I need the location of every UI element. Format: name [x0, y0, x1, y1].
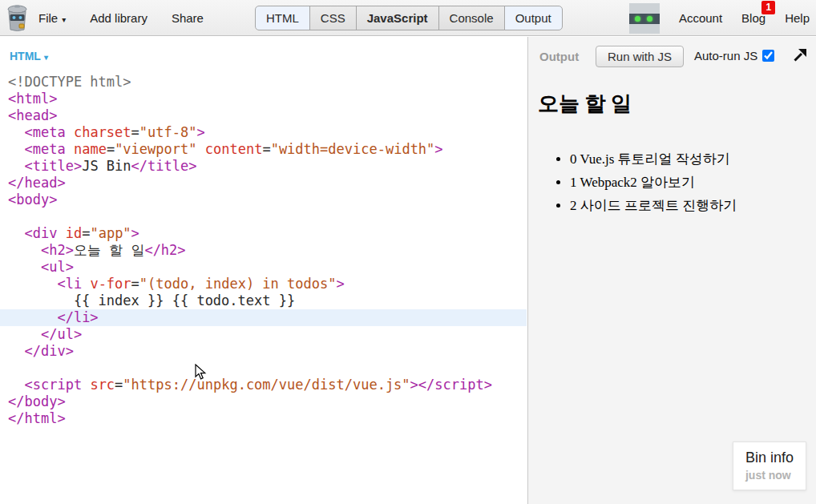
avatar[interactable] — [629, 3, 660, 34]
code-line[interactable]: <ul> — [0, 259, 527, 276]
blog-link[interactable]: Blog1 — [741, 11, 766, 25]
code-line[interactable]: <h2>오늘 할 일</h2> — [0, 242, 527, 259]
account-link[interactable]: Account — [679, 11, 722, 25]
auto-run-js-toggle[interactable]: Auto-run JS — [694, 49, 774, 62]
code-line[interactable]: <li v-for="(todo, index) in todos"> — [0, 276, 527, 292]
html-panel-menu[interactable]: HTML▾ — [10, 50, 48, 62]
bin-info-timestamp: just now — [745, 469, 794, 482]
mouse-cursor-icon — [195, 364, 207, 381]
file-menu-label: File — [38, 11, 58, 25]
code-line[interactable]: <html> — [0, 91, 527, 107]
todo-list-item: 2 사이드 프로젝트 진행하기 — [570, 194, 737, 217]
file-menu[interactable]: File▾ — [38, 11, 66, 25]
todo-list-item: 1 Webpack2 알아보기 — [570, 171, 737, 194]
output-panel: Output Run with JS Auto-run JS 오늘 할 일 0 … — [527, 37, 816, 504]
code-line[interactable]: </li> — [0, 309, 527, 326]
code-line[interactable] — [0, 208, 527, 225]
tab-css[interactable]: CSS — [309, 6, 357, 30]
code-line[interactable]: <head> — [0, 107, 527, 124]
jsbin-app: File▾ Add library Share HTML CSS JavaScr… — [0, 0, 816, 504]
jsbin-logo-icon[interactable] — [6, 5, 28, 31]
code-line[interactable]: <script src="https://unpkg.com/vue/dist/… — [0, 377, 527, 393]
tab-javascript[interactable]: JavaScript — [356, 6, 439, 30]
output-panel-label: Output — [539, 50, 579, 63]
code-line[interactable]: </ul> — [0, 326, 527, 343]
avatar-eye-icon — [635, 16, 640, 22]
html-editor-panel: HTML▾ <!DOCTYPE html><html><head> <meta … — [0, 37, 527, 504]
todo-list-item: 0 Vue.js 튜토리얼 작성하기 — [570, 147, 737, 171]
blog-notification-badge: 1 — [761, 1, 775, 14]
code-lines[interactable]: <!DOCTYPE html><html><head> <meta charse… — [0, 74, 527, 427]
html-panel-label: HTML — [10, 50, 41, 62]
toolbar-right: Account Blog1 Help — [629, 0, 810, 36]
auto-run-js-label: Auto-run JS — [694, 49, 757, 62]
chevron-down-icon: ▾ — [44, 53, 48, 62]
tab-html[interactable]: HTML — [255, 6, 310, 30]
bin-info-box[interactable]: Bin info just now — [733, 442, 806, 490]
share-button[interactable]: Share — [172, 11, 204, 25]
auto-run-js-checkbox[interactable] — [762, 50, 774, 62]
tab-console[interactable]: Console — [438, 6, 505, 30]
code-line[interactable]: </body> — [0, 393, 527, 410]
code-line[interactable]: <meta name="viewport" content="width=dev… — [0, 141, 527, 158]
panel-tabs: HTML CSS JavaScript Console Output — [255, 6, 563, 30]
code-line[interactable]: </head> — [0, 175, 527, 192]
code-line[interactable] — [0, 360, 527, 377]
add-library-button[interactable]: Add library — [90, 11, 147, 25]
avatar-eye-icon — [647, 16, 652, 22]
code-line[interactable]: <meta charset="utf-8"> — [0, 124, 527, 141]
help-link[interactable]: Help — [785, 11, 810, 25]
code-line[interactable]: <!DOCTYPE html> — [0, 74, 527, 91]
toolbar-menus: File▾ Add library Share — [38, 0, 204, 35]
caret-down-icon: ▾ — [62, 15, 66, 24]
run-with-js-button[interactable]: Run with JS — [596, 46, 684, 67]
code-line[interactable]: <body> — [0, 192, 527, 208]
tab-output[interactable]: Output — [504, 6, 563, 30]
avatar-band — [629, 14, 660, 24]
code-line[interactable]: {{ index }} {{ todo.text }} — [0, 292, 527, 309]
output-todo-list: 0 Vue.js 튜토리얼 작성하기1 Webpack2 알아보기2 사이드 프… — [538, 147, 737, 217]
open-in-new-window-icon[interactable] — [793, 49, 806, 62]
code-line[interactable]: <title>JS Bin</title> — [0, 158, 527, 175]
code-line[interactable]: </html> — [0, 410, 527, 427]
code-line[interactable]: <div id="app"> — [0, 225, 527, 242]
bin-info-title: Bin info — [745, 450, 794, 466]
code-line[interactable]: </div> — [0, 343, 527, 360]
top-toolbar: File▾ Add library Share HTML CSS JavaScr… — [0, 0, 816, 36]
output-heading: 오늘 할 일 — [538, 90, 632, 118]
